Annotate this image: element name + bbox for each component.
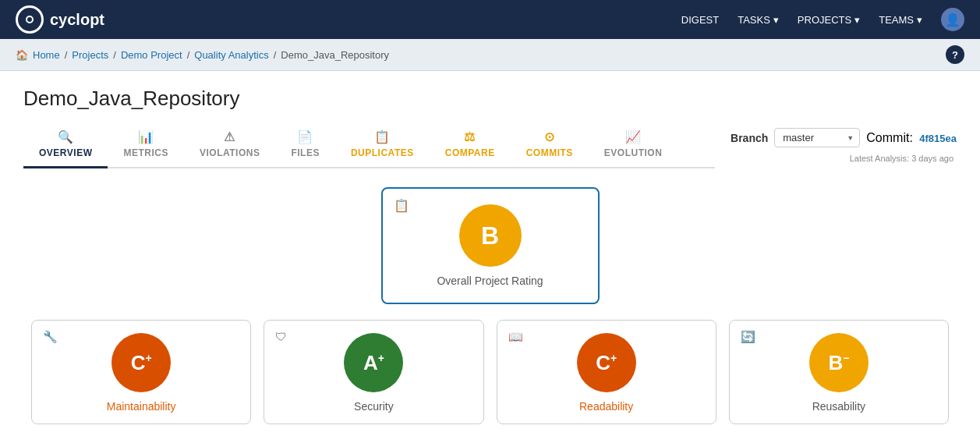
- readability-card[interactable]: 📖 C+ Readability: [497, 320, 716, 424]
- branch-section: Branch master develop main Commit: 4f815…: [731, 125, 957, 163]
- shield-icon: 🛡: [275, 330, 287, 343]
- brand-logo: [16, 5, 44, 34]
- violations-icon: ⚠: [224, 129, 235, 144]
- nav-tasks[interactable]: TASKS ▾: [738, 14, 779, 26]
- brand: cyclopt: [16, 5, 681, 34]
- maintainability-label: Maintainability: [107, 400, 176, 413]
- nav-projects[interactable]: PROJECTS ▾: [798, 14, 860, 26]
- overview-icon: 🔍: [58, 129, 74, 144]
- main-content: Demo_Java_Repository 🔍 OVERVIEW 📊 METRIC…: [0, 71, 980, 436]
- tab-metrics[interactable]: 📊 METRICS: [108, 125, 184, 168]
- commit-info: Commit: 4f815ea: [866, 131, 957, 145]
- tab-files[interactable]: 📄 FILES: [275, 125, 335, 168]
- maintainability-grade: C+: [131, 351, 152, 375]
- files-icon: 📄: [297, 129, 313, 144]
- nav-teams[interactable]: TEAMS ▾: [879, 14, 922, 26]
- reusability-grade: B−: [828, 351, 849, 375]
- maintainability-circle: C+: [111, 333, 171, 392]
- breadcrumb-quality-analytics[interactable]: Quality Analytics: [194, 49, 268, 61]
- evolution-icon: 📈: [625, 129, 642, 144]
- branch-row: Branch master develop main Commit: 4f815…: [731, 128, 957, 147]
- tab-violations[interactable]: ⚠ VIOLATIONS: [184, 125, 275, 168]
- metrics-icon: 📊: [138, 129, 154, 144]
- commits-icon: ⊙: [544, 129, 555, 144]
- readability-grade: C+: [596, 351, 617, 375]
- overall-grade: B: [481, 222, 499, 250]
- breadcrumb: 🏠 Home / Projects / Demo Project / Quali…: [16, 49, 389, 61]
- book-icon: 📖: [508, 330, 523, 344]
- tab-evolution[interactable]: 📈 EVOLUTION: [589, 125, 678, 168]
- breadcrumb-demo-project[interactable]: Demo Project: [121, 49, 182, 61]
- overall-rating-card[interactable]: 📋 B Overall Project Rating: [381, 187, 600, 304]
- page-title: Demo_Java_Repository: [23, 87, 957, 111]
- reusability-circle: B−: [809, 333, 869, 392]
- clipboard-icon: 📋: [394, 198, 409, 213]
- overall-label: Overall Project Rating: [437, 275, 543, 287]
- readability-label: Readability: [579, 400, 633, 413]
- reusability-card[interactable]: 🔄 B− Reusability: [729, 320, 949, 424]
- help-button[interactable]: ?: [946, 45, 964, 64]
- security-grade: A+: [363, 351, 384, 375]
- tab-overview[interactable]: 🔍 OVERVIEW: [23, 125, 108, 168]
- readability-circle: C+: [577, 333, 636, 392]
- compare-icon: ⚖: [464, 129, 476, 144]
- breadcrumb-bar: 🏠 Home / Projects / Demo Project / Quali…: [0, 39, 980, 71]
- security-circle: A+: [344, 333, 403, 392]
- security-card[interactable]: 🛡 A+ Security: [264, 320, 483, 424]
- sub-cards-row: 🔧 C+ Maintainability 🛡 A+ Security 📖 C+ …: [23, 320, 957, 424]
- commit-hash: 4f815ea: [919, 133, 957, 144]
- breadcrumb-projects[interactable]: Projects: [72, 49, 108, 61]
- refresh-icon: 🔄: [741, 330, 755, 344]
- breadcrumb-current: Demo_Java_Repository: [281, 49, 389, 61]
- maintainability-card[interactable]: 🔧 C+ Maintainability: [31, 320, 251, 424]
- security-label: Security: [354, 400, 394, 413]
- logo-inner: [26, 16, 34, 23]
- reusability-label: Reusability: [812, 400, 865, 413]
- navbar-links: DIGEST TASKS ▾ PROJECTS ▾ TEAMS ▾ 👤: [681, 8, 964, 31]
- latest-analysis: Latest Analysis: 3 days ago: [850, 154, 953, 163]
- branch-select[interactable]: master develop main: [774, 128, 860, 147]
- user-avatar[interactable]: 👤: [941, 8, 964, 31]
- overall-grade-circle: B: [459, 204, 522, 267]
- branch-select-wrapper: master develop main: [774, 128, 860, 147]
- breadcrumb-home-icon: 🏠: [16, 49, 28, 61]
- tab-commits[interactable]: ⊙ COMMITS: [511, 125, 589, 168]
- tab-compare[interactable]: ⚖ COMPARE: [430, 125, 511, 168]
- tabs-bar: 🔍 OVERVIEW 📊 METRICS ⚠ VIOLATIONS 📄 FILE…: [23, 125, 715, 168]
- brand-name: cyclopt: [50, 11, 104, 29]
- branch-label: Branch: [731, 132, 768, 144]
- navbar: cyclopt DIGEST TASKS ▾ PROJECTS ▾ TEAMS …: [0, 0, 980, 39]
- wrench-icon: 🔧: [43, 330, 58, 344]
- duplicates-icon: 📋: [374, 129, 391, 144]
- breadcrumb-home[interactable]: Home: [33, 49, 60, 61]
- nav-digest[interactable]: DIGEST: [681, 14, 719, 26]
- commit-label: Commit:: [866, 131, 913, 144]
- tab-duplicates[interactable]: 📋 DUPLICATES: [335, 125, 430, 168]
